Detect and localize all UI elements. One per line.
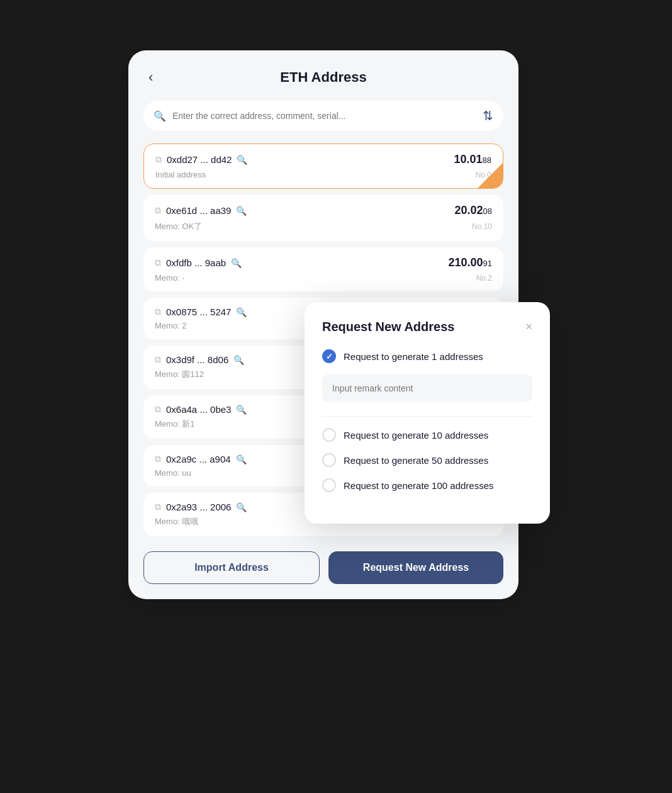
- address-hash: 0x2a93 ... 2006: [166, 502, 231, 512]
- address-memo: Initial address: [155, 170, 206, 179]
- import-address-button[interactable]: Import Address: [143, 551, 320, 584]
- divider: [322, 416, 532, 417]
- search-address-icon[interactable]: 🔍: [236, 454, 247, 464]
- address-amount: 20.0208: [454, 204, 492, 217]
- address-bottom: Initial address No.0: [155, 170, 491, 179]
- back-button[interactable]: ‹: [143, 67, 158, 88]
- search-bar: 🔍 ⇅: [143, 101, 503, 131]
- address-card[interactable]: ⧉ 0xdd27 ... dd42 🔍 10.0188 Initial addr…: [143, 143, 503, 189]
- address-memo: Memo: OK了: [155, 221, 202, 232]
- address-top: ⧉ 0xe61d ... aa39 🔍 20.0208: [155, 204, 492, 217]
- address-left: ⧉ 0x6a4a ... 0be3 🔍: [155, 404, 247, 415]
- search-icon: 🔍: [154, 110, 166, 122]
- search-input[interactable]: [172, 111, 476, 121]
- radio-circle: [322, 453, 336, 467]
- copy-icon[interactable]: ⧉: [155, 307, 161, 317]
- radio-option[interactable]: Request to generate 100 addresses: [322, 478, 532, 492]
- radio-label: Request to generate 50 addresses: [344, 455, 488, 466]
- address-left: ⧉ 0xfdfb ... 9aab 🔍: [155, 257, 242, 268]
- address-memo: Memo: -: [155, 273, 185, 283]
- modal-options: Request to generate 1 addressesRequest t…: [322, 349, 532, 492]
- address-hash: 0xfdfb ... 9aab: [166, 257, 226, 268]
- address-memo: Memo: 圆112: [155, 369, 204, 380]
- copy-icon[interactable]: ⧉: [155, 454, 161, 464]
- footer-buttons: Import Address Request New Address: [143, 551, 503, 584]
- app-container: ‹ ETH Address 🔍 ⇅ ⧉ 0xdd27 ... dd42 🔍 10…: [128, 50, 544, 743]
- search-address-icon[interactable]: 🔍: [236, 307, 247, 317]
- modal-title: Request New Address: [322, 320, 454, 334]
- address-no: No.2: [476, 274, 492, 283]
- search-address-icon[interactable]: 🔍: [236, 206, 247, 216]
- address-hash: 0x2a9c ... a904: [166, 454, 231, 464]
- address-left: ⧉ 0x3d9f ... 8d06 🔍: [155, 354, 244, 365]
- address-left: ⧉ 0x0875 ... 5247 🔍: [155, 307, 247, 317]
- address-memo: Memo: 新1: [155, 419, 195, 430]
- address-card[interactable]: ⧉ 0xfdfb ... 9aab 🔍 210.0091 Memo: - No.…: [143, 247, 503, 291]
- address-left: ⧉ 0x2a9c ... a904 🔍: [155, 454, 247, 464]
- page-title: ETH Address: [280, 69, 366, 86]
- address-memo: Memo: 哦哦: [155, 516, 198, 527]
- radio-label: Request to generate 10 addresses: [344, 430, 488, 441]
- copy-icon[interactable]: ⧉: [155, 205, 161, 216]
- radio-circle: [322, 478, 336, 492]
- copy-icon[interactable]: ⧉: [155, 154, 162, 165]
- address-memo: Memo: uu: [155, 468, 191, 478]
- address-hash: 0xdd27 ... dd42: [167, 154, 232, 165]
- address-amount: 210.0091: [448, 256, 492, 269]
- search-address-icon[interactable]: 🔍: [233, 355, 244, 365]
- radio-label: Request to generate 1 addresses: [344, 351, 483, 362]
- address-bottom: Memo: - No.2: [155, 273, 492, 283]
- radio-option[interactable]: Request to generate 10 addresses: [322, 428, 532, 442]
- header: ‹ ETH Address: [143, 69, 503, 86]
- radio-option[interactable]: Request to generate 50 addresses: [322, 453, 532, 467]
- address-hash: 0xe61d ... aa39: [166, 205, 231, 216]
- request-address-button[interactable]: Request New Address: [328, 551, 503, 584]
- copy-icon[interactable]: ⧉: [155, 404, 161, 415]
- address-card[interactable]: ⧉ 0xe61d ... aa39 🔍 20.0208 Memo: OK了 No…: [143, 195, 503, 241]
- search-address-icon[interactable]: 🔍: [237, 155, 247, 165]
- address-hash: 0x3d9f ... 8d06: [166, 354, 228, 365]
- radio-circle: [322, 428, 336, 442]
- filter-icon[interactable]: ⇅: [483, 108, 493, 123]
- radio-option[interactable]: Request to generate 1 addresses: [322, 349, 532, 363]
- address-hash: 0x6a4a ... 0be3: [166, 404, 231, 415]
- modal-header: Request New Address ×: [322, 320, 532, 334]
- radio-circle: [322, 349, 336, 363]
- address-bottom: Memo: OK了 No.10: [155, 221, 492, 232]
- modal-close-button[interactable]: ×: [525, 320, 532, 334]
- copy-icon[interactable]: ⧉: [155, 354, 161, 365]
- address-top: ⧉ 0xdd27 ... dd42 🔍 10.0188: [155, 153, 491, 166]
- copy-icon[interactable]: ⧉: [155, 502, 161, 512]
- search-address-icon[interactable]: 🔍: [231, 258, 242, 268]
- address-hash: 0x0875 ... 5247: [166, 307, 231, 317]
- address-memo: Memo: 2: [155, 321, 187, 330]
- remark-input[interactable]: [322, 374, 532, 402]
- address-left: ⧉ 0xdd27 ... dd42 🔍: [155, 154, 247, 165]
- search-address-icon[interactable]: 🔍: [236, 405, 247, 415]
- address-left: ⧉ 0x2a93 ... 2006 🔍: [155, 502, 247, 512]
- corner-badge: [478, 163, 503, 188]
- address-no: No.10: [472, 222, 492, 231]
- modal-overlay: Request New Address × Request to generat…: [305, 302, 550, 524]
- modal-card: Request New Address × Request to generat…: [305, 302, 550, 524]
- search-address-icon[interactable]: 🔍: [236, 502, 247, 512]
- copy-icon[interactable]: ⧉: [155, 257, 161, 268]
- address-left: ⧉ 0xe61d ... aa39 🔍: [155, 205, 247, 216]
- radio-label: Request to generate 100 addresses: [344, 480, 494, 491]
- address-top: ⧉ 0xfdfb ... 9aab 🔍 210.0091: [155, 256, 492, 269]
